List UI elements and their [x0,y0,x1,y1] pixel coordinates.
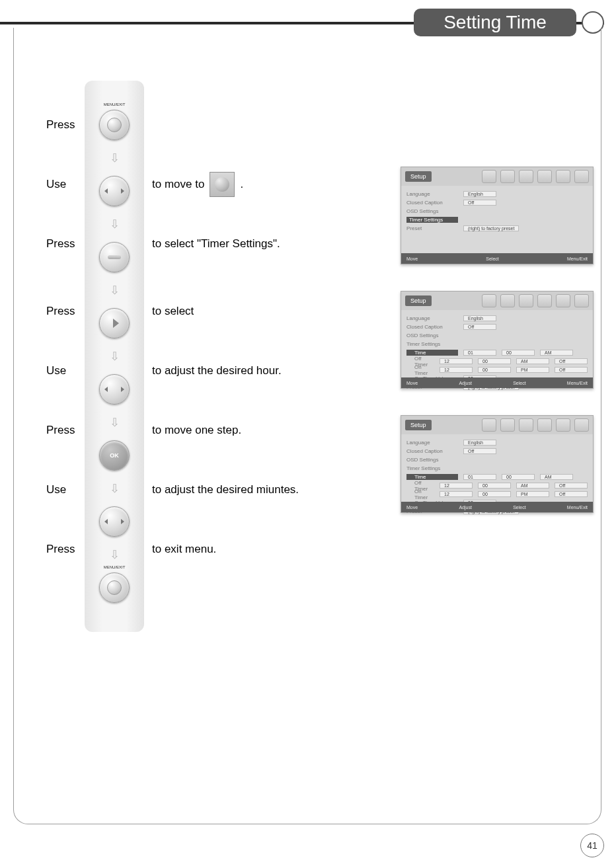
instruction-pre: Press [46,543,86,556]
osd-row: LanguageEnglish [406,438,588,447]
osd-tab-icon [519,418,533,432]
osd-value: English [463,315,496,321]
osd-screenshot-2: Setup LanguageEnglish Closed CaptionOff … [401,291,594,389]
instruction-row-7: Use to adjust the desired miuntes. [46,460,299,520]
osd-label: Closed Caption [406,324,458,330]
osd-screenshot-1: Setup LanguageEnglish Closed CaptionOff … [401,167,594,264]
osd-value: 00 [502,474,535,480]
osd-row: OSD Settings [406,455,588,464]
osd-value: 00 [478,491,511,497]
osd-tab-icon [519,170,533,183]
osd-value: PM [516,491,549,497]
button-ball-icon [107,118,122,132]
osd-label: Language [406,440,458,446]
osd-value: AM [540,350,573,356]
osd-value: Off [555,491,588,497]
instruction-post-a: to move to [152,178,204,191]
clock-icon [215,177,229,192]
instruction-post: to adjust the desired hour. [152,364,282,377]
osd-value: 00 [478,367,511,373]
instruction-post: to select [152,305,194,318]
osd-setup-badge: Setup [405,295,432,306]
instruction-pre: Use [46,364,86,377]
osd-label: Language [406,315,458,321]
instruction-pre: Press [46,237,86,251]
osd-label: Closed Caption [406,448,458,454]
instruction-pre: Use [46,178,86,191]
instruction-row-2: Use to move to . [46,155,243,214]
osd-label: Language [406,191,458,197]
osd-label: On Timer [406,489,434,500]
page-number-text: 41 [587,840,597,851]
osd-value: 12 [440,483,473,489]
osd-row: Closed CaptionOff [406,447,588,455]
instruction-pre: Press [46,118,86,132]
osd-value: Off [463,324,496,330]
osd-tab-icon [574,294,589,307]
osd-tab-icon [556,418,570,432]
osd-value: Off [463,448,496,454]
menu-exit-label: MENU/EXIT [104,102,126,106]
osd-tab-icon [537,294,552,307]
osd-value: English [463,440,496,446]
osd-topbar: Setup [401,416,593,434]
osd-footer-menuexit: Menu/Exit [567,505,588,510]
osd-label: Timer Settings [406,341,458,347]
instruction-post: to exit menu. [152,543,216,556]
osd-footer-move: Move [406,256,418,261]
osd-row: Timer Settings [406,464,588,473]
osd-tab-icon [537,170,552,183]
osd-row-selected: Timer Settings [406,216,588,224]
osd-row: OSD Settings [406,331,588,340]
osd-row: Closed CaptionOff [406,198,588,207]
instruction-post: to adjust the desired miuntes. [152,483,299,496]
osd-topbar: Setup [401,292,593,310]
osd-value: 01 [463,474,496,480]
osd-label: Closed Caption [406,200,458,206]
osd-label: Timer Settings [406,217,458,223]
osd-value: AM [516,358,549,364]
menu-exit-button-icon: MENU/EXIT [99,110,130,140]
step-button-1: MENU/EXIT [85,95,144,155]
osd-footer-adjust: Adjust [459,505,471,510]
osd-row: On Timer 12 00 PM Off [406,366,588,374]
osd-screenshot-3: Setup LanguageEnglish Closed CaptionOff … [401,415,594,513]
osd-tab-icon [500,294,515,307]
osd-value: English [463,191,496,197]
instruction-row-6: Press to move one step. [46,401,241,460]
osd-tab-icon [574,418,589,432]
osd-tab-icon [482,418,496,432]
osd-value: Off [463,200,496,206]
instruction-pre: Press [46,305,86,318]
page-number: 41 [580,834,604,857]
osd-footer-select: Select [513,505,525,510]
osd-footer-select: Select [486,256,498,261]
button-ball-icon [107,580,122,595]
osd-setup-badge: Setup [405,171,432,182]
instruction-row-1: Press [46,95,86,155]
instruction-post: to select "Timer Settings". [152,237,280,251]
osd-label: OSD Settings [406,333,458,338]
osd-value: 01 [463,350,496,356]
osd-row: Timer Settings [406,340,588,348]
osd-value: (right) to factory preset [463,225,519,231]
osd-row: On Timer 12 00 PM Off [406,490,588,498]
osd-tab-icon [574,170,589,183]
osd-row: Preset(right) to factory preset [406,224,588,233]
instruction-post: to move one step. [152,424,241,437]
osd-footer: Move Select Menu/Exit [401,253,593,264]
osd-row: Closed CaptionOff [406,323,588,331]
osd-tab-icon [556,294,570,307]
osd-value: PM [516,367,549,373]
osd-tab-icon [482,170,496,183]
instruction-pre: Use [46,483,86,496]
osd-value: 12 [440,367,473,373]
instruction-row-3: Press to select "Timer Settings". [46,214,280,274]
osd-footer-menuexit: Menu/Exit [567,381,588,385]
osd-row: OSD Settings [406,207,588,216]
osd-setup-badge: Setup [405,420,432,430]
instruction-row-5: Use to adjust the desired hour. [46,341,282,401]
instruction-row-4: Press to select [46,282,194,341]
osd-row: LanguageEnglish [406,314,588,323]
osd-body: LanguageEnglish Closed CaptionOff OSD Se… [401,186,593,234]
